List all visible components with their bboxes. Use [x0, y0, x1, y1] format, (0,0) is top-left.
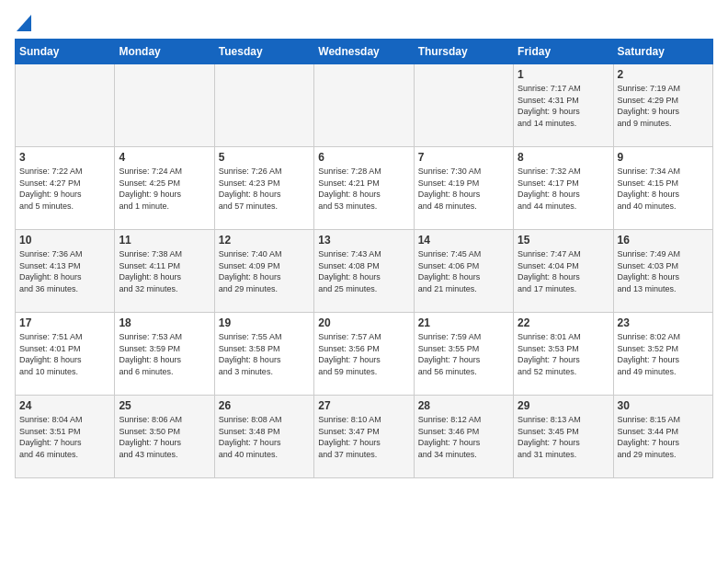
- calendar-cell: 14Sunrise: 7:45 AM Sunset: 4:06 PM Dayli…: [414, 230, 513, 313]
- day-number: 26: [219, 399, 310, 412]
- calendar-week-row: 1Sunrise: 7:17 AM Sunset: 4:31 PM Daylig…: [16, 64, 713, 147]
- day-info: Sunrise: 8:13 AM Sunset: 3:45 PM Dayligh…: [518, 414, 609, 460]
- calendar-cell: 8Sunrise: 7:32 AM Sunset: 4:17 PM Daylig…: [514, 147, 613, 230]
- day-info: Sunrise: 8:02 AM Sunset: 3:52 PM Dayligh…: [618, 331, 709, 377]
- day-number: 11: [119, 234, 210, 247]
- day-info: Sunrise: 8:12 AM Sunset: 3:46 PM Dayligh…: [418, 414, 509, 460]
- weekday-header-sunday: Sunday: [16, 40, 115, 64]
- calendar-cell: 18Sunrise: 7:53 AM Sunset: 3:59 PM Dayli…: [115, 313, 214, 396]
- day-number: 4: [119, 151, 210, 164]
- day-number: 29: [518, 399, 609, 412]
- day-number: 16: [618, 234, 709, 247]
- day-number: 17: [19, 316, 110, 329]
- calendar-cell: 25Sunrise: 8:06 AM Sunset: 3:50 PM Dayli…: [115, 396, 214, 478]
- day-number: 15: [518, 234, 609, 247]
- weekday-header-thursday: Thursday: [414, 40, 513, 64]
- calendar-cell: 30Sunrise: 8:15 AM Sunset: 3:44 PM Dayli…: [613, 396, 712, 478]
- day-info: Sunrise: 8:15 AM Sunset: 3:44 PM Dayligh…: [618, 414, 709, 460]
- day-info: Sunrise: 8:04 AM Sunset: 3:51 PM Dayligh…: [19, 414, 110, 460]
- day-number: 23: [618, 316, 709, 329]
- calendar-cell: 28Sunrise: 8:12 AM Sunset: 3:46 PM Dayli…: [414, 396, 513, 478]
- day-info: Sunrise: 8:06 AM Sunset: 3:50 PM Dayligh…: [119, 414, 210, 460]
- weekday-header-wednesday: Wednesday: [314, 40, 414, 64]
- day-number: 27: [318, 399, 409, 412]
- day-number: 6: [318, 151, 409, 164]
- calendar-cell: 2Sunrise: 7:19 AM Sunset: 4:29 PM Daylig…: [613, 64, 712, 147]
- day-info: Sunrise: 7:43 AM Sunset: 4:08 PM Dayligh…: [318, 248, 409, 294]
- calendar-cell: 13Sunrise: 7:43 AM Sunset: 4:08 PM Dayli…: [314, 230, 414, 313]
- weekday-header-row: SundayMondayTuesdayWednesdayThursdayFrid…: [16, 40, 713, 64]
- day-number: 18: [119, 316, 210, 329]
- day-info: Sunrise: 7:24 AM Sunset: 4:25 PM Dayligh…: [119, 166, 210, 212]
- day-info: Sunrise: 7:57 AM Sunset: 3:56 PM Dayligh…: [318, 331, 409, 377]
- day-number: 3: [19, 151, 110, 164]
- day-number: 19: [219, 316, 310, 329]
- calendar-cell: 11Sunrise: 7:38 AM Sunset: 4:11 PM Dayli…: [115, 230, 214, 313]
- calendar-cell: [214, 64, 313, 147]
- weekday-header-friday: Friday: [514, 40, 613, 64]
- day-info: Sunrise: 7:34 AM Sunset: 4:15 PM Dayligh…: [618, 166, 709, 212]
- calendar-cell: 4Sunrise: 7:24 AM Sunset: 4:25 PM Daylig…: [115, 147, 214, 230]
- day-info: Sunrise: 7:47 AM Sunset: 4:04 PM Dayligh…: [518, 248, 609, 294]
- day-info: Sunrise: 7:22 AM Sunset: 4:27 PM Dayligh…: [19, 166, 110, 212]
- day-number: 13: [318, 234, 409, 247]
- calendar-cell: 29Sunrise: 8:13 AM Sunset: 3:45 PM Dayli…: [514, 396, 613, 478]
- day-info: Sunrise: 8:01 AM Sunset: 3:53 PM Dayligh…: [518, 331, 609, 377]
- calendar-cell: 3Sunrise: 7:22 AM Sunset: 4:27 PM Daylig…: [16, 147, 115, 230]
- day-info: Sunrise: 7:17 AM Sunset: 4:31 PM Dayligh…: [518, 83, 609, 129]
- day-number: 9: [618, 151, 709, 164]
- calendar-cell: 27Sunrise: 8:10 AM Sunset: 3:47 PM Dayli…: [314, 396, 414, 478]
- calendar-cell: 12Sunrise: 7:40 AM Sunset: 4:09 PM Dayli…: [214, 230, 313, 313]
- calendar-cell: 17Sunrise: 7:51 AM Sunset: 4:01 PM Dayli…: [16, 313, 115, 396]
- day-number: 5: [219, 151, 310, 164]
- calendar-cell: 23Sunrise: 8:02 AM Sunset: 3:52 PM Dayli…: [613, 313, 712, 396]
- logo-triangle-icon: [17, 15, 31, 31]
- calendar-cell: 19Sunrise: 7:55 AM Sunset: 3:58 PM Dayli…: [214, 313, 313, 396]
- day-info: Sunrise: 7:32 AM Sunset: 4:17 PM Dayligh…: [518, 166, 609, 212]
- day-info: Sunrise: 7:28 AM Sunset: 4:21 PM Dayligh…: [318, 166, 409, 212]
- day-info: Sunrise: 7:26 AM Sunset: 4:23 PM Dayligh…: [219, 166, 310, 212]
- calendar-cell: 7Sunrise: 7:30 AM Sunset: 4:19 PM Daylig…: [414, 147, 513, 230]
- calendar-cell: [115, 64, 214, 147]
- day-number: 14: [418, 234, 509, 247]
- day-number: 10: [19, 234, 110, 247]
- day-number: 30: [618, 399, 709, 412]
- calendar-week-row: 3Sunrise: 7:22 AM Sunset: 4:27 PM Daylig…: [16, 147, 713, 230]
- day-info: Sunrise: 7:40 AM Sunset: 4:09 PM Dayligh…: [219, 248, 310, 294]
- day-info: Sunrise: 7:55 AM Sunset: 3:58 PM Dayligh…: [219, 331, 310, 377]
- calendar-cell: 26Sunrise: 8:08 AM Sunset: 3:48 PM Dayli…: [214, 396, 313, 478]
- day-number: 20: [318, 316, 409, 329]
- day-number: 28: [418, 399, 509, 412]
- day-info: Sunrise: 7:45 AM Sunset: 4:06 PM Dayligh…: [418, 248, 509, 294]
- calendar-cell: 9Sunrise: 7:34 AM Sunset: 4:15 PM Daylig…: [613, 147, 712, 230]
- day-number: 8: [518, 151, 609, 164]
- day-number: 7: [418, 151, 509, 164]
- calendar-cell: [314, 64, 414, 147]
- calendar-cell: 5Sunrise: 7:26 AM Sunset: 4:23 PM Daylig…: [214, 147, 313, 230]
- day-number: 12: [219, 234, 310, 247]
- day-number: 1: [518, 68, 609, 81]
- day-info: Sunrise: 8:10 AM Sunset: 3:47 PM Dayligh…: [318, 414, 409, 460]
- calendar-week-row: 24Sunrise: 8:04 AM Sunset: 3:51 PM Dayli…: [16, 396, 713, 478]
- calendar-week-row: 10Sunrise: 7:36 AM Sunset: 4:13 PM Dayli…: [16, 230, 713, 313]
- calendar-cell: 20Sunrise: 7:57 AM Sunset: 3:56 PM Dayli…: [314, 313, 414, 396]
- calendar-cell: 6Sunrise: 7:28 AM Sunset: 4:21 PM Daylig…: [314, 147, 414, 230]
- weekday-header-saturday: Saturday: [613, 40, 712, 64]
- day-info: Sunrise: 7:19 AM Sunset: 4:29 PM Dayligh…: [618, 83, 709, 129]
- weekday-header-tuesday: Tuesday: [214, 40, 313, 64]
- day-info: Sunrise: 7:38 AM Sunset: 4:11 PM Dayligh…: [119, 248, 210, 294]
- day-info: Sunrise: 7:30 AM Sunset: 4:19 PM Dayligh…: [418, 166, 509, 212]
- day-info: Sunrise: 7:36 AM Sunset: 4:13 PM Dayligh…: [19, 248, 110, 294]
- calendar-cell: 24Sunrise: 8:04 AM Sunset: 3:51 PM Dayli…: [16, 396, 115, 478]
- day-number: 2: [618, 68, 709, 81]
- calendar-week-row: 17Sunrise: 7:51 AM Sunset: 4:01 PM Dayli…: [16, 313, 713, 396]
- calendar-cell: 1Sunrise: 7:17 AM Sunset: 4:31 PM Daylig…: [514, 64, 613, 147]
- calendar-table: SundayMondayTuesdayWednesdayThursdayFrid…: [15, 39, 713, 478]
- calendar-cell: [16, 64, 115, 147]
- day-info: Sunrise: 7:51 AM Sunset: 4:01 PM Dayligh…: [19, 331, 110, 377]
- weekday-header-monday: Monday: [115, 40, 214, 64]
- calendar-cell: 15Sunrise: 7:47 AM Sunset: 4:04 PM Dayli…: [514, 230, 613, 313]
- page-header: [15, 15, 713, 31]
- calendar-cell: 10Sunrise: 7:36 AM Sunset: 4:13 PM Dayli…: [16, 230, 115, 313]
- day-number: 21: [418, 316, 509, 329]
